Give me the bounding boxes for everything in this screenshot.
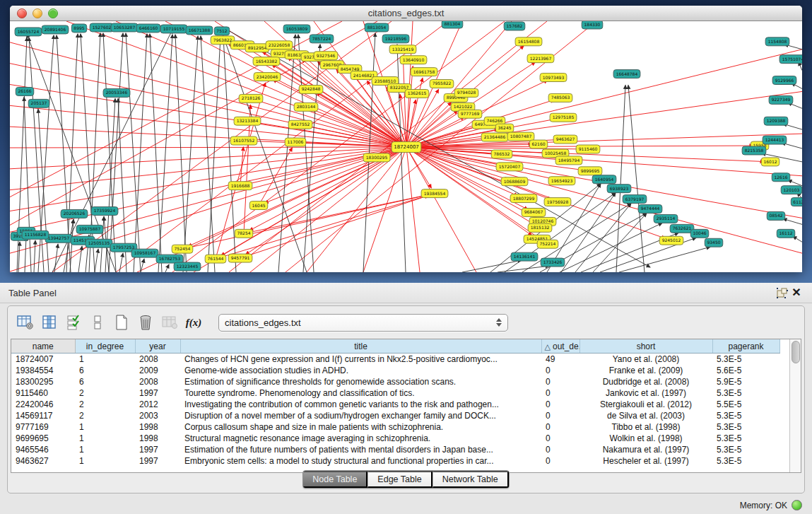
graph-node-teal[interactable]: 12505135 [86, 239, 112, 247]
window-titlebar[interactable]: citations_edges.txt [10, 6, 802, 21]
table-row[interactable]: 1938455462009Genome-wide association stu… [11, 365, 779, 376]
graph-node-yellow[interactable]: 18724007 [392, 142, 421, 153]
table-row[interactable]: 1830029562008Estimation of significance … [11, 376, 779, 387]
graph-node-yellow[interactable]: 16154808 [515, 37, 542, 46]
graph-node-teal[interactable]: 1209388 [764, 117, 788, 125]
column-header-year[interactable]: year [135, 339, 180, 354]
graph-node-teal[interactable]: 12616 [772, 173, 790, 182]
graph-node-yellow[interactable]: 15720407 [496, 163, 523, 171]
graph-node-teal[interactable]: 1527602 [90, 23, 114, 32]
float-panel-icon[interactable] [775, 286, 789, 299]
graph-node-teal[interactable]: 10958167 [131, 249, 158, 257]
column-header-indegree[interactable]: in_degree [75, 339, 135, 354]
graph-node-yellow[interactable]: 2803144 [294, 103, 318, 111]
graph-node-teal[interactable]: 08542 [767, 211, 785, 220]
scrollbar-thumb[interactable] [792, 341, 800, 363]
delete-column-button[interactable] [135, 312, 156, 333]
graph-node-teal[interactable]: 184330 [582, 21, 603, 29]
select-attributes-button[interactable] [63, 312, 84, 333]
graph-node-yellow[interactable]: 10973493 [540, 74, 567, 82]
graph-node-yellow[interactable]: 1916688 [228, 182, 252, 190]
graph-node-yellow[interactable]: 9242848 [299, 85, 323, 93]
graph-node-teal[interactable]: 2935114 [654, 214, 678, 223]
graph-node-yellow[interactable]: 786532 [491, 150, 512, 158]
graph-node-teal[interactable]: 6466160 [136, 24, 160, 33]
column-header-outde[interactable]: △out_de... [541, 339, 579, 354]
graph-node-yellow[interactable]: 18300295 [363, 153, 390, 162]
graph-node-yellow[interactable]: 16012 [761, 158, 779, 166]
graph-node-teal[interactable]: 7512 [214, 27, 229, 35]
graph-node-yellow[interactable]: 761544 [205, 255, 226, 263]
graph-node-yellow[interactable]: 9899695 [578, 167, 602, 175]
graph-node-yellow[interactable]: 7485063 [548, 93, 572, 102]
graph-node-teal[interactable]: 6112 [791, 198, 802, 206]
network-canvas[interactable]: 7963822866012889129542322605893275051654… [10, 21, 802, 272]
graph-node-teal[interactable]: 93450 [705, 238, 723, 247]
graph-node-yellow[interactable]: 19384554 [421, 189, 448, 198]
graph-node-teal[interactable]: 16782753 [156, 255, 183, 263]
graph-node-yellow[interactable]: 13213384 [234, 117, 261, 125]
table-row[interactable]: 946362711997Embryonic stem cells: a mode… [11, 455, 779, 467]
column-header-pagerank[interactable]: pagerank [712, 339, 779, 354]
graph-node-yellow[interactable]: 8427552 [288, 120, 312, 129]
table-row[interactable]: 1872400712008Changes of HCN gene express… [11, 354, 779, 366]
graph-node-yellow[interactable]: 23420046 [254, 73, 281, 81]
graph-node-yellow[interactable]: 12975185 [550, 113, 577, 122]
graph-node-teal[interactable]: 8813054 [365, 23, 389, 32]
tab-network-table[interactable]: Network Table [433, 471, 509, 488]
graph-node-yellow[interactable]: 10688609 [501, 177, 528, 186]
import-table-button[interactable] [159, 312, 180, 333]
graph-node-yellow[interactable]: 752214 [537, 240, 558, 248]
column-header-title[interactable]: title [180, 339, 541, 354]
graph-node-yellow[interactable]: 36245 [495, 124, 514, 132]
table-row[interactable]: 2242004622012Investigating the contribut… [11, 399, 779, 410]
show-columns-button[interactable] [39, 312, 60, 333]
close-panel-icon[interactable]: ✕ [789, 286, 804, 299]
graph-node-teal[interactable]: 26166 [16, 87, 34, 95]
graph-node-teal[interactable]: 17359924 [91, 207, 118, 216]
graph-node-yellow[interactable]: 16107552 [230, 136, 257, 145]
graph-node-yellow[interactable]: 9457791 [228, 254, 252, 262]
column-header-short[interactable]: short [579, 339, 712, 354]
graph-node-teal[interactable]: 20053346 [103, 88, 130, 97]
graph-node-yellow[interactable]: 9327546 [314, 52, 338, 60]
graph-node-yellow[interactable]: 19654923 [548, 177, 575, 185]
graph-node-teal[interactable]: 881304 [442, 21, 463, 28]
graph-node-yellow[interactable]: 18495794 [555, 156, 582, 165]
graph-node-teal[interactable]: 10719155 [160, 25, 187, 33]
graph-node-teal[interactable]: 6938923 [607, 185, 631, 193]
graph-node-teal[interactable]: 10046 [690, 229, 709, 238]
table-row[interactable]: 969969511998Structural magnetic resonanc… [11, 433, 779, 444]
graph-node-yellow[interactable]: 16543382 [253, 57, 280, 66]
graph-node-teal[interactable]: 20206526 [61, 209, 88, 218]
graph-node-yellow[interactable]: 19756928 [544, 198, 571, 206]
graph-node-teal[interactable]: 10975887 [76, 225, 103, 233]
table-scrollbar[interactable] [789, 339, 801, 472]
graph-node-teal[interactable]: 15751074 [779, 55, 802, 64]
graph-node-teal[interactable]: 205137 [28, 99, 49, 107]
graph-node-teal[interactable]: 1733426 [541, 258, 565, 267]
graph-node-teal[interactable]: 7857224 [310, 35, 334, 43]
graph-node-yellow[interactable]: 7955822 [430, 80, 454, 88]
tab-edge-table[interactable]: Edge Table [367, 471, 432, 488]
graph-node-teal[interactable]: 19218596 [382, 35, 409, 43]
graph-node-yellow[interactable]: 9463627 [553, 135, 577, 144]
row-height-button[interactable] [87, 312, 108, 333]
graph-node-yellow[interactable]: 21364486 [481, 133, 508, 141]
table-mode-button[interactable] [15, 312, 36, 333]
graph-node-teal[interactable]: 120103 [781, 186, 802, 194]
graph-node-yellow[interactable]: 78254 [235, 229, 253, 238]
network-graph[interactable]: 7963822866012889129542322605893275051654… [10, 21, 802, 272]
graph-node-teal[interactable]: 8995 [71, 24, 86, 33]
graph-node-yellow[interactable]: 12213967 [527, 54, 554, 63]
graph-node-yellow[interactable]: 23226058 [266, 41, 293, 49]
table-row[interactable]: 946554611997Estimation of the future num… [11, 444, 779, 455]
graph-node-teal[interactable]: 16112 [777, 229, 795, 238]
graph-node-teal[interactable]: 16671388 [186, 26, 213, 35]
graph-node-teal[interactable]: 10653287 [111, 23, 138, 32]
graph-node-yellow[interactable]: 9684067 [522, 209, 546, 217]
table-row[interactable]: 977716911998Corpus callosum shape and si… [11, 421, 779, 433]
graph-node-yellow[interactable]: 752454 [172, 245, 193, 253]
graph-node-teal[interactable]: 6379197 [623, 195, 647, 204]
graph-node-teal[interactable]: 9227349 [769, 95, 793, 104]
